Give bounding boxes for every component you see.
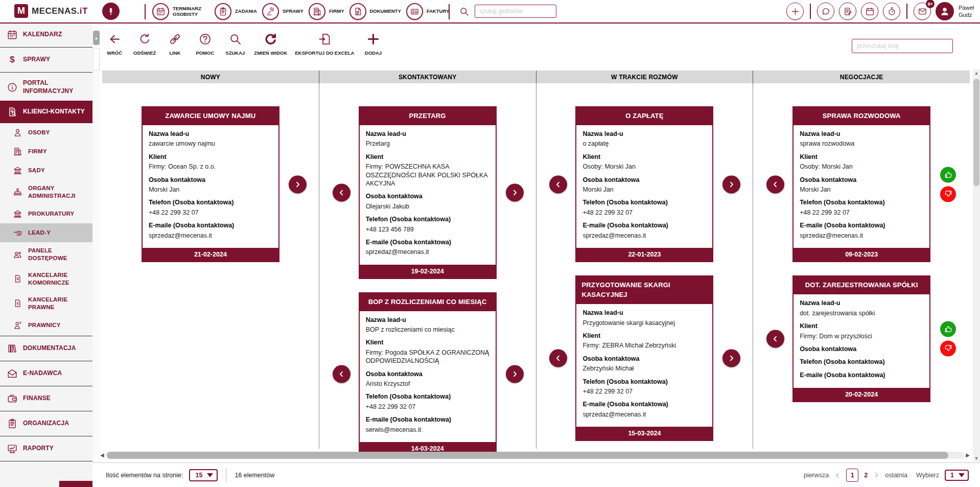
card-move-right-button[interactable] xyxy=(722,350,740,367)
sidebar-item-label: LEAD-Y xyxy=(28,229,51,237)
scroll-up-button[interactable]: ▲ xyxy=(93,31,100,45)
card-move-left-button[interactable] xyxy=(333,365,351,383)
reject-button[interactable] xyxy=(940,340,956,356)
toolbar-link[interactable]: LINK xyxy=(164,32,186,56)
sidebar-item-kalendarz[interactable]: KALENDARZ xyxy=(0,24,92,46)
toolbar-odśwież[interactable]: ODŚWIEŻ xyxy=(133,32,156,56)
topnav-label: ZADANIA xyxy=(235,8,257,14)
scroll-down-button[interactable]: ▼ xyxy=(973,456,980,461)
card-move-left-button[interactable] xyxy=(333,183,351,201)
lead-card[interactable]: PRZETARGNazwa lead-uPrzetargKlientFirmy:… xyxy=(359,106,497,279)
column-header-w-trakcie-rozmów: W TRAKCIE ROZMÓW xyxy=(536,71,754,83)
topnav-sprawy[interactable]: SPRAWY xyxy=(262,3,304,20)
toolbar-pomoc[interactable]: POMOC xyxy=(194,32,216,56)
prev-page-button[interactable] xyxy=(834,472,841,479)
topnav-faktury[interactable]: FAKTURY xyxy=(406,3,450,20)
scroll-right-button[interactable]: ▶ xyxy=(966,453,970,458)
toolbar-szukaj[interactable]: SZUKAJ xyxy=(224,32,246,56)
lead-card[interactable]: O ZAPŁATĘNazwa lead-uo zapłatęKlientOsob… xyxy=(575,106,713,262)
sidebar-item-e-nadawca[interactable]: E-NADAWCA xyxy=(0,362,92,385)
card-move-right-button[interactable] xyxy=(506,365,524,383)
scrollbar-thumb[interactable] xyxy=(93,48,100,71)
mail-button[interactable]: 9+ xyxy=(914,3,931,20)
toolbar-wróć[interactable]: WRÓĆ xyxy=(103,32,126,56)
lead-card[interactable]: DOT. ZAREJESTROWANIA SPÓŁKINazwa lead-ud… xyxy=(792,275,930,402)
items-per-page-select[interactable]: 15 xyxy=(189,469,218,481)
sidebar-item-label: SPRAWY xyxy=(23,56,50,64)
topnav-dokumenty[interactable]: DOKUMENTY xyxy=(349,3,401,20)
card-move-right-button[interactable] xyxy=(506,183,524,201)
card-move-right-button[interactable] xyxy=(289,175,307,193)
sidebar-item-organizacja[interactable]: ORGANIZACJA xyxy=(0,412,92,435)
doc-section-icon: § xyxy=(11,298,24,308)
card-move-right-button[interactable] xyxy=(722,175,740,193)
page-select[interactable]: 1 xyxy=(945,470,969,481)
notes-button[interactable] xyxy=(839,3,856,20)
sidebar-item-dokumentacja[interactable]: DOKUMENTACJA xyxy=(0,337,92,360)
sidebar-item-osoby[interactable]: OSOBY xyxy=(0,123,92,142)
sidebar-item-organy-administracji[interactable]: ORGANY ADMINISTRACJI xyxy=(0,180,92,204)
sidebar-item-klienci-kontakty[interactable]: KLIENCI-KONTAKTY xyxy=(0,101,92,123)
reject-button[interactable] xyxy=(940,186,956,202)
field-value: o zapłatę xyxy=(582,140,706,148)
first-page-link[interactable]: pierwsza xyxy=(804,472,829,479)
user-avatar[interactable] xyxy=(936,2,954,20)
sidebar-item-prawnicy[interactable]: §PRAWNICY xyxy=(0,316,92,335)
topnav-zadania[interactable]: ZADANIA xyxy=(215,3,257,20)
scroll-up-button[interactable]: ▲ xyxy=(973,71,980,76)
sidebar-item-lead-y[interactable]: LEAD-Y xyxy=(0,223,92,242)
sidebar-item-panele-dostępowe[interactable]: PANELE DOSTĘPOWE xyxy=(0,242,92,267)
sidebar-item-kancelarie-komornicze[interactable]: $KANCELARIE KOMORNICZE xyxy=(0,267,92,291)
lead-card[interactable]: PRZYGOTOWANIE SKARGI KASACYJNEJNazwa lea… xyxy=(575,275,713,441)
chat-button[interactable] xyxy=(817,3,834,20)
lead-card[interactable]: SPRAWA ROZWODOWANazwa lead-usprawa rozwo… xyxy=(792,106,930,262)
page-2-button[interactable]: 2 xyxy=(864,472,868,479)
global-search-input[interactable] xyxy=(475,5,556,18)
quick-add-button[interactable] xyxy=(786,3,804,20)
topnav-firmy[interactable]: FIRMY xyxy=(309,3,344,20)
scroll-left-button[interactable]: ◀ xyxy=(100,453,104,458)
topnav-circle xyxy=(215,3,231,20)
lead-card[interactable]: ZAWARCIE UMOWY NAJMUNazwa lead-uzawarcie… xyxy=(142,106,279,262)
page-1-button[interactable]: 1 xyxy=(846,469,858,482)
sidebar-item-prokuratury[interactable]: PROKURATURY xyxy=(0,204,92,223)
lead-card[interactable]: BOP Z ROZLICZENIAMI CO MIESIĄCNazwa lead… xyxy=(359,292,497,456)
topnav-label: FIRMY xyxy=(329,8,344,14)
sidebar-item-portal-informacyjny[interactable]: PORTAL INFORMACYJNY xyxy=(0,74,92,101)
sidebar-item-firmy[interactable]: FIRMY xyxy=(0,142,92,161)
list-filter-input[interactable] xyxy=(852,39,953,53)
approve-button[interactable] xyxy=(940,167,956,182)
card-move-left-button[interactable] xyxy=(549,175,567,193)
card-move-left-button[interactable] xyxy=(549,350,567,367)
pin-button[interactable] xyxy=(102,3,120,20)
left-vertical-scrollbar[interactable]: ▲ xyxy=(92,27,100,458)
sidebar-item-sprawy[interactable]: $SPRAWY xyxy=(0,49,92,71)
horizontal-scrollbar[interactable]: ◀ ▶ xyxy=(100,451,970,459)
scrollbar-thumb[interactable] xyxy=(107,452,948,459)
toolbar-eksportuj-do-excela[interactable]: EKSPORTUJ DO EXCELA xyxy=(295,32,354,56)
topnav-terminarz-osobisty[interactable]: TERMINARZ OSOBISTY xyxy=(152,3,209,20)
next-page-button[interactable] xyxy=(873,472,879,479)
toolbar-dodaj[interactable]: DODAJ xyxy=(362,32,384,56)
scrollbar-thumb[interactable] xyxy=(973,79,979,186)
sidebar-item-finanse[interactable]: FINANSE xyxy=(0,387,92,410)
last-page-link[interactable]: ostatnia xyxy=(885,472,907,479)
dropdown-arrow-icon xyxy=(959,473,965,477)
right-vertical-scrollbar[interactable]: ▲ ▼ xyxy=(973,69,980,462)
field-label: Nazwa lead-u xyxy=(582,309,706,317)
field-label: Telefon (Osoba kontaktowa) xyxy=(800,199,923,207)
timer-button[interactable] xyxy=(883,3,900,20)
sidebar-item-raporty[interactable]: RAPORTY xyxy=(0,437,92,460)
card-move-left-button[interactable] xyxy=(766,330,784,347)
approve-button[interactable] xyxy=(940,321,956,337)
sidebar-item-kancelarie-prawne[interactable]: §KANCELARIE PRAWNE xyxy=(0,291,92,316)
chevron-left-icon xyxy=(338,370,345,378)
card-title: PRZYGOTOWANIE SKARGI KASACYJNEJ xyxy=(576,276,712,304)
card-move-left-button[interactable] xyxy=(766,175,784,193)
toolbar-zmień-widok[interactable]: ZMIEŃ WIDOK xyxy=(254,32,287,56)
link-icon xyxy=(168,32,182,46)
scrollbar-track[interactable] xyxy=(106,452,965,459)
note-pencil-icon xyxy=(843,7,853,16)
calendar-button[interactable] xyxy=(861,3,878,20)
sidebar-item-sądy[interactable]: SĄDY xyxy=(0,161,92,180)
